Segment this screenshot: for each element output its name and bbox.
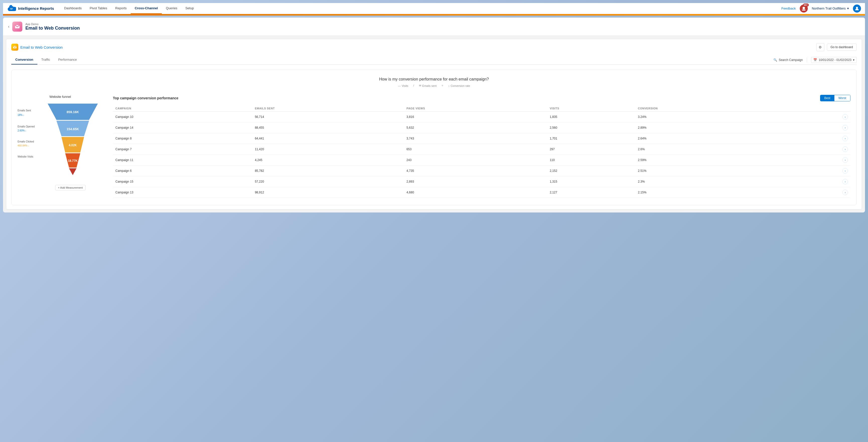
cell-emails-4: 4,245	[252, 155, 404, 165]
table-row: Campaign 15 57,220 2,893 1,315 2.3% ›	[113, 176, 850, 187]
svg-marker-14	[69, 168, 76, 175]
arrow-down-3-icon: ↓	[28, 144, 29, 148]
row-detail-button-2[interactable]: ›	[786, 133, 850, 144]
nav-cross-channel[interactable]: Cross-Channel	[131, 3, 162, 14]
report-title[interactable]: Email to Web Conversion	[20, 45, 63, 50]
label-emails-clicked: Emails Clicked	[18, 140, 35, 144]
page-header-text: App Demo Email to Web Conversion	[25, 23, 80, 31]
legend-visits: — Visits	[398, 84, 408, 87]
svg-text:SF: SF	[10, 7, 13, 10]
cell-conversion-5: 2.51%	[636, 165, 786, 176]
best-button[interactable]: Best	[820, 95, 834, 101]
row-detail-button-4[interactable]: ›	[786, 155, 850, 165]
chevron-right-icon-5: ›	[842, 168, 848, 173]
cell-pageviews-2: 3,743	[404, 133, 547, 144]
table-row: Campaign 7 11,420 653 297 2.6% ›	[113, 144, 850, 155]
cell-visits-4: 110	[547, 155, 636, 165]
nav-setup[interactable]: Setup	[181, 3, 198, 14]
settings-button[interactable]: ⚙	[816, 43, 824, 51]
svg-text:18.77K: 18.77K	[68, 159, 78, 163]
row-detail-button-6[interactable]: ›	[786, 176, 850, 187]
cell-emails-7: 98,912	[252, 187, 404, 198]
cell-emails-3: 11,420	[252, 144, 404, 155]
accent-bar	[3, 14, 865, 15]
table-row: Campaign 13 98,912 4,680 2,127 2.15% ›	[113, 187, 850, 198]
table-header-row-el: CAMPAIGN EMAILS SENT PAGE VIEWS VISITS C…	[113, 105, 850, 112]
worst-button[interactable]: Worst	[834, 95, 850, 101]
user-icon	[855, 6, 859, 11]
cell-campaign-2: Campaign 8	[113, 133, 252, 144]
visits-legend-label: Visits	[402, 84, 408, 87]
pct-emails-sent: 18% ↓	[18, 113, 35, 117]
tab-traffic[interactable]: Traffic	[37, 55, 54, 64]
cell-conversion-3: 2.6%	[636, 144, 786, 155]
user-avatar[interactable]	[853, 4, 861, 12]
pct-emails-clicked: 460.84% ↓	[18, 144, 35, 148]
add-measurement-button[interactable]: + Add Measurement	[55, 185, 86, 190]
notification-bell[interactable]: 99+	[800, 4, 808, 12]
col-campaign: CAMPAIGN	[113, 105, 252, 112]
cell-visits-5: 2,152	[547, 165, 636, 176]
row-detail-button-7[interactable]: ›	[786, 187, 850, 198]
table-row: Campaign 6 85,782 4,735 2,152 2.51% ›	[113, 165, 850, 176]
svg-point-3	[856, 7, 858, 9]
col-page-views: PAGE VIEWS	[404, 105, 547, 112]
cell-pageviews-1: 5,632	[404, 122, 547, 133]
calendar-icon: 📅	[813, 58, 817, 62]
row-detail-button-1[interactable]: ›	[786, 122, 850, 133]
nav-queries[interactable]: Queries	[162, 3, 181, 14]
cell-visits-3: 297	[547, 144, 636, 155]
cell-emails-6: 57,220	[252, 176, 404, 187]
svg-text:4.02K: 4.02K	[69, 144, 77, 147]
tab-performance[interactable]: Performance	[54, 55, 81, 64]
chart-legend: — Visits / ✉ Emails sent = ↕ Conversion …	[18, 84, 850, 87]
cell-emails-5: 85,782	[252, 165, 404, 176]
top-navigation: SF Intelligence Reports Dashboards Pivot…	[3, 3, 865, 14]
date-range-picker[interactable]: 📅 10/01/2022 - 01/02/2023 ▾	[811, 57, 857, 63]
cell-visits-1: 2,560	[547, 122, 636, 133]
table-row: Campaign 14 88,455 5,632 2,560 2.89% ›	[113, 122, 850, 133]
app-logo[interactable]: SF Intelligence Reports	[7, 4, 54, 13]
nav-reports[interactable]: Reports	[111, 3, 131, 14]
cell-campaign-6: Campaign 15	[113, 176, 252, 187]
emails-legend-label: Emails sent	[422, 84, 436, 87]
email-web-icon	[13, 45, 17, 49]
tabs-row: Conversion Traffic Performance 🔍 Search …	[11, 55, 857, 65]
nav-dashboards[interactable]: Dashboards	[60, 3, 86, 14]
org-selector[interactable]: Northern Trail Outfitters ▾	[812, 6, 849, 10]
row-detail-button-0[interactable]: ›	[786, 112, 850, 122]
cell-conversion-1: 2.89%	[636, 122, 786, 133]
nav-pivot-tables[interactable]: Pivot Tables	[86, 3, 111, 14]
row-detail-button-5[interactable]: ›	[786, 165, 850, 176]
table-body: Campaign 10 56,714 3,816 1,835 3.24% › C…	[113, 112, 850, 198]
search-icon: 🔍	[773, 58, 777, 62]
org-dropdown-icon: ▾	[847, 6, 849, 10]
cell-conversion-2: 2.64%	[636, 133, 786, 144]
app-name: Intelligence Reports	[18, 6, 54, 10]
cell-pageviews-3: 653	[404, 144, 547, 155]
email-icon	[14, 24, 20, 29]
org-name: Northern Trail Outfitters	[812, 6, 846, 10]
report-icon	[11, 44, 18, 51]
table-section: Top campaign conversion performance Best…	[113, 95, 850, 198]
best-worst-toggle: Best Worst	[820, 95, 850, 101]
cell-visits-0: 1,835	[547, 112, 636, 122]
campaign-table: CAMPAIGN EMAILS SENT PAGE VIEWS VISITS C…	[113, 105, 850, 198]
page-header: ‹ App Demo Email to Web Conversion	[3, 18, 865, 36]
back-button[interactable]: ‹	[8, 24, 9, 29]
page-title: Email to Web Conversion	[25, 26, 80, 31]
go-to-dashboard-button[interactable]: Go to dashboard	[827, 44, 857, 51]
svg-point-1	[803, 7, 805, 9]
cell-visits-2: 1,701	[547, 133, 636, 144]
cell-visits-6: 1,315	[547, 176, 636, 187]
chevron-right-icon-3: ›	[842, 147, 848, 152]
app-demo-label: App Demo	[25, 23, 80, 26]
feedback-link[interactable]: Feedback	[781, 6, 796, 10]
date-range-value: 10/01/2022 - 01/02/2023	[818, 58, 851, 62]
report-actions: ⚙ Go to dashboard	[816, 43, 857, 51]
search-campaign-input[interactable]: 🔍 Search Campaign	[773, 58, 803, 62]
nav-links: Dashboards Pivot Tables Reports Cross-Ch…	[60, 3, 781, 14]
row-detail-button-3[interactable]: ›	[786, 144, 850, 155]
tab-conversion[interactable]: Conversion	[11, 55, 37, 64]
pct-emails-opened: 2.60% ↓	[18, 129, 35, 133]
